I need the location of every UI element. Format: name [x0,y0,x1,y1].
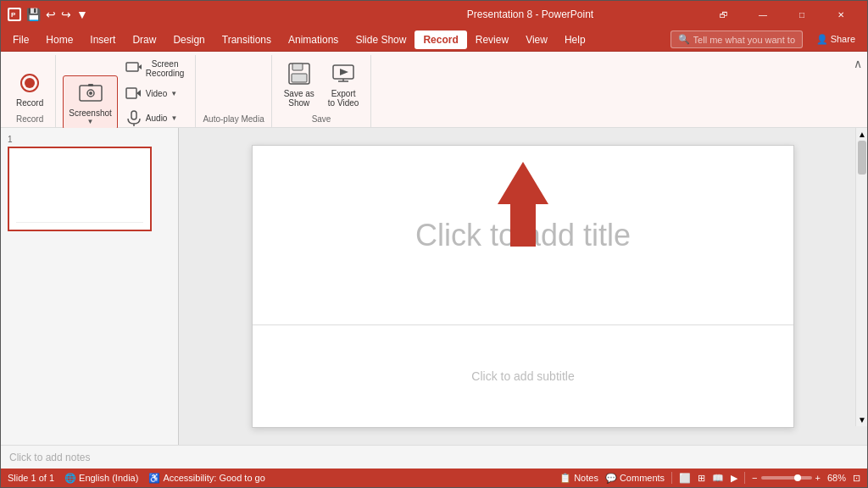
view-reading-button[interactable]: 📖 [712,473,724,484]
view-normal-button[interactable]: ⬜ [679,473,691,484]
restore-button[interactable]: 🗗 [704,1,743,28]
maximize-button[interactable]: □ [782,1,821,28]
save-as-show-label: Save asShow [284,89,314,108]
zoom-slider-thumb [794,474,801,481]
fit-slide-button[interactable]: ⊡ [853,473,860,484]
menu-home[interactable]: Home [37,30,81,49]
main-window: P 💾 ↩ ↪ ▼ Presentation 8 - PowerPoint 🗗 … [0,0,868,488]
status-separator-2 [744,472,745,484]
comments-icon: 💬 [605,473,617,484]
window-controls: 🗗 — □ ✕ [704,1,860,28]
close-button[interactable]: ✕ [821,1,860,28]
slide-panel: 1 [1,128,179,445]
menu-file[interactable]: File [4,30,37,49]
menu-review[interactable]: Review [467,30,517,49]
ribbon-collapse-button[interactable]: ∧ [852,55,864,127]
scroll-up-button[interactable]: ▲ [856,128,867,141]
undo-icon[interactable]: ↩ [46,8,56,21]
menu-help[interactable]: Help [556,30,594,49]
export-to-video-icon [330,60,357,87]
zoom-slider[interactable] [761,476,812,480]
svg-rect-6 [88,84,93,86]
slide-subtitle-placeholder[interactable]: Click to add subtitle [471,369,574,383]
screenshot-icon [77,80,104,107]
menu-design[interactable]: Design [164,30,213,49]
notes-bar[interactable]: Click to add notes [1,445,867,469]
zoom-control[interactable]: − + [752,473,821,483]
slide-thumbnail-1[interactable]: 1 [8,135,171,231]
video-label: Video [146,89,167,98]
ribbon-group-record-content: Record [11,57,48,113]
comments-button[interactable]: 💬 Comments [605,473,665,484]
menu-animations[interactable]: Animations [280,30,347,49]
screenshot-button[interactable]: Screenshot ▼ [63,75,118,130]
title-bar-left: P 💾 ↩ ↪ ▼ [8,8,356,21]
record-button[interactable]: Record [11,66,48,111]
svg-rect-12 [131,111,136,119]
menu-insert[interactable]: Insert [81,30,124,49]
slide-info: Slide 1 of 1 [8,473,54,483]
menu-view[interactable]: View [517,30,556,49]
status-right: 📋 Notes 💬 Comments ⬜ ⊞ 📖 ▶ − + 68% ⊡ [559,472,860,484]
menu-record[interactable]: Record [415,30,466,49]
customize-icon[interactable]: ▼ [76,8,88,21]
main-content: 1 Click to add title Click to ad [1,128,867,445]
slide-thumb-1[interactable] [8,147,152,231]
screen-recording-label: ScreenRecording [146,59,185,78]
audio-icon [125,109,142,126]
scroll-thumb[interactable] [858,141,866,175]
export-to-video-label: Exportto Video [328,89,359,108]
screenshot-label: Screenshot [69,108,112,118]
screen-recording-button[interactable]: ScreenRecording [121,57,189,80]
menu-transitions[interactable]: Transitions [214,30,280,49]
canvas-area: Click to add title Click to add subtitle… [179,128,867,445]
slide-title-placeholder[interactable]: Click to add title [415,218,631,253]
scroll-down-button[interactable]: ▼ [856,413,867,426]
svg-rect-10 [126,88,136,98]
ribbon-group-save-content: Save asShow Exportto Video [279,57,364,113]
slide-title-area[interactable]: Click to add title [253,146,793,325]
share-button[interactable]: 👤 Share [808,31,864,47]
ribbon-group-record-label: Record [16,113,43,125]
ribbon-group-content: Screenshot ▼ ScreenRecording [56,55,196,127]
vertical-scrollbar[interactable]: ▲ ▼ [855,128,867,426]
ribbon-group-autoplay-label: Auto-play Media [203,113,264,125]
video-button[interactable]: Video ▼ [121,82,189,105]
slideshow-button[interactable]: ▶ [731,473,737,484]
menu-draw[interactable]: Draw [124,30,164,49]
svg-point-3 [25,78,35,88]
ribbon-small-buttons: ScreenRecording Video ▼ [121,57,189,130]
slide-subtitle-area[interactable]: Click to add subtitle [253,325,793,427]
search-box[interactable]: 🔍 [670,30,803,48]
audio-button[interactable]: Audio ▼ [121,107,189,130]
search-input[interactable] [693,35,795,45]
notes-button[interactable]: 📋 Notes [559,473,598,484]
scroll-track[interactable] [856,141,867,413]
zoom-in-button[interactable]: + [815,473,821,483]
ribbon-group-record: Record Record [4,55,56,127]
export-to-video-button[interactable]: Exportto Video [323,57,364,111]
zoom-out-button[interactable]: − [752,473,757,483]
window-title: Presentation 8 - PowerPoint [356,8,704,20]
accessibility-status: ♿ Accessibility: Good to go [148,473,264,484]
save-icon[interactable]: 💾 [26,8,41,21]
ribbon: Record Record Scree [1,52,867,128]
view-slide-sorter-button[interactable]: ⊞ [698,473,705,484]
ribbon-group-content-buttons: Screenshot ▼ ScreenRecording [63,57,188,131]
status-separator-1 [671,472,672,484]
audio-label: Audio [146,114,168,123]
record-label: Record [16,98,43,108]
save-as-show-icon [286,60,313,87]
search-icon: 🔍 [678,34,690,45]
minimize-button[interactable]: — [743,1,782,28]
menu-slideshow[interactable]: Slide Show [347,30,415,49]
accessibility-icon: ♿ [148,473,160,484]
app-icon: P [8,8,21,21]
svg-marker-18 [340,69,348,75]
svg-rect-8 [126,63,138,71]
save-as-show-button[interactable]: Save asShow [279,57,320,111]
redo-icon[interactable]: ↪ [61,8,71,21]
status-bar: Slide 1 of 1 🌐 English (India) ♿ Accessi… [1,469,867,487]
slide-canvas[interactable]: Click to add title Click to add subtitle [252,145,794,428]
record-icon [16,69,43,97]
